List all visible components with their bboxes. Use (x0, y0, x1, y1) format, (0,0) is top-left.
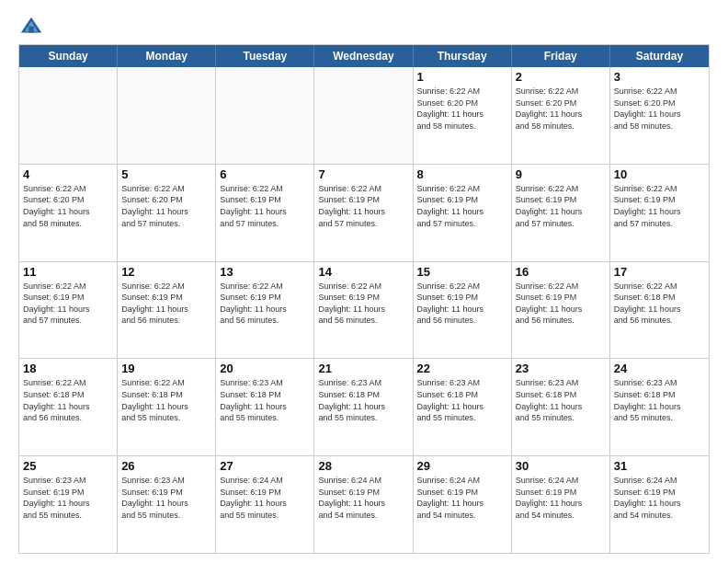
cal-cell: 6Sunrise: 6:22 AM Sunset: 6:19 PM Daylig… (216, 165, 314, 261)
day-number: 23 (516, 362, 606, 375)
day-info: Sunrise: 6:22 AM Sunset: 6:20 PM Dayligh… (417, 86, 507, 132)
day-number: 9 (516, 167, 606, 181)
day-number: 31 (614, 459, 705, 473)
cal-cell: 9Sunrise: 6:22 AM Sunset: 6:19 PM Daylig… (512, 165, 610, 261)
day-info: Sunrise: 6:23 AM Sunset: 6:19 PM Dayligh… (121, 475, 211, 521)
logo (18, 15, 48, 40)
cal-cell: 18Sunrise: 6:22 AM Sunset: 6:18 PM Dayli… (19, 359, 118, 455)
cal-cell (19, 67, 118, 164)
day-info: Sunrise: 6:22 AM Sunset: 6:19 PM Dayligh… (318, 183, 408, 229)
cal-cell: 25Sunrise: 6:23 AM Sunset: 6:19 PM Dayli… (19, 456, 118, 553)
cal-cell: 11Sunrise: 6:22 AM Sunset: 6:19 PM Dayli… (19, 262, 118, 359)
day-number: 19 (121, 362, 211, 375)
day-number: 21 (318, 362, 408, 375)
header-cell-saturday: Saturday (610, 45, 709, 67)
day-info: Sunrise: 6:24 AM Sunset: 6:19 PM Dayligh… (318, 475, 408, 521)
day-number: 13 (220, 265, 310, 279)
svg-rect-2 (28, 27, 34, 33)
day-info: Sunrise: 6:24 AM Sunset: 6:19 PM Dayligh… (614, 475, 705, 521)
cal-cell: 3Sunrise: 6:22 AM Sunset: 6:20 PM Daylig… (610, 67, 709, 164)
week-row-2: 4Sunrise: 6:22 AM Sunset: 6:20 PM Daylig… (19, 165, 709, 262)
cal-cell: 2Sunrise: 6:22 AM Sunset: 6:20 PM Daylig… (512, 67, 610, 164)
header-cell-tuesday: Tuesday (216, 45, 314, 67)
cal-cell: 16Sunrise: 6:22 AM Sunset: 6:19 PM Dayli… (512, 262, 610, 359)
cal-cell: 29Sunrise: 6:24 AM Sunset: 6:19 PM Dayli… (414, 456, 512, 553)
day-number: 5 (121, 167, 211, 181)
header-cell-monday: Monday (118, 45, 216, 67)
day-info: Sunrise: 6:23 AM Sunset: 6:18 PM Dayligh… (614, 377, 705, 423)
day-info: Sunrise: 6:22 AM Sunset: 6:19 PM Dayligh… (220, 183, 310, 229)
day-info: Sunrise: 6:22 AM Sunset: 6:19 PM Dayligh… (220, 281, 310, 327)
day-info: Sunrise: 6:23 AM Sunset: 6:18 PM Dayligh… (318, 377, 408, 423)
header (18, 15, 710, 40)
cal-cell (216, 67, 314, 164)
week-row-3: 11Sunrise: 6:22 AM Sunset: 6:19 PM Dayli… (19, 262, 709, 360)
week-row-5: 25Sunrise: 6:23 AM Sunset: 6:19 PM Dayli… (19, 456, 709, 553)
day-info: Sunrise: 6:22 AM Sunset: 6:19 PM Dayligh… (516, 183, 606, 229)
day-info: Sunrise: 6:23 AM Sunset: 6:18 PM Dayligh… (516, 377, 606, 423)
day-number: 2 (516, 70, 606, 84)
cal-cell: 10Sunrise: 6:22 AM Sunset: 6:19 PM Dayli… (610, 165, 709, 261)
calendar-header: SundayMondayTuesdayWednesdayThursdayFrid… (19, 45, 709, 67)
cal-cell: 4Sunrise: 6:22 AM Sunset: 6:20 PM Daylig… (19, 165, 118, 261)
cal-cell: 12Sunrise: 6:22 AM Sunset: 6:19 PM Dayli… (118, 262, 216, 359)
cal-cell: 21Sunrise: 6:23 AM Sunset: 6:18 PM Dayli… (314, 359, 413, 455)
day-info: Sunrise: 6:22 AM Sunset: 6:20 PM Dayligh… (121, 183, 211, 229)
day-number: 8 (417, 167, 507, 181)
cal-cell: 8Sunrise: 6:22 AM Sunset: 6:19 PM Daylig… (414, 165, 512, 261)
day-info: Sunrise: 6:22 AM Sunset: 6:18 PM Dayligh… (614, 281, 705, 327)
cal-cell: 20Sunrise: 6:23 AM Sunset: 6:18 PM Dayli… (216, 359, 314, 455)
cal-cell: 28Sunrise: 6:24 AM Sunset: 6:19 PM Dayli… (314, 456, 413, 553)
cal-cell: 30Sunrise: 6:24 AM Sunset: 6:19 PM Dayli… (512, 456, 610, 553)
cal-cell: 7Sunrise: 6:22 AM Sunset: 6:19 PM Daylig… (314, 165, 413, 261)
cal-cell: 13Sunrise: 6:22 AM Sunset: 6:19 PM Dayli… (216, 262, 314, 359)
day-info: Sunrise: 6:22 AM Sunset: 6:20 PM Dayligh… (23, 183, 113, 229)
day-number: 4 (23, 167, 113, 181)
day-number: 28 (318, 459, 408, 473)
page: SundayMondayTuesdayWednesdayThursdayFrid… (0, 0, 728, 563)
day-number: 27 (220, 459, 310, 473)
day-info: Sunrise: 6:23 AM Sunset: 6:19 PM Dayligh… (23, 475, 113, 521)
header-cell-thursday: Thursday (414, 45, 512, 67)
day-info: Sunrise: 6:22 AM Sunset: 6:19 PM Dayligh… (417, 281, 507, 327)
day-number: 26 (121, 459, 211, 473)
day-info: Sunrise: 6:22 AM Sunset: 6:19 PM Dayligh… (121, 281, 211, 327)
day-number: 14 (318, 265, 408, 279)
cal-cell: 17Sunrise: 6:22 AM Sunset: 6:18 PM Dayli… (610, 262, 709, 359)
day-number: 29 (417, 459, 507, 473)
calendar-body: 1Sunrise: 6:22 AM Sunset: 6:20 PM Daylig… (19, 67, 709, 553)
day-number: 16 (516, 265, 606, 279)
cal-cell: 27Sunrise: 6:24 AM Sunset: 6:19 PM Dayli… (216, 456, 314, 553)
cal-cell (314, 67, 413, 164)
day-number: 30 (516, 459, 606, 473)
cal-cell: 22Sunrise: 6:23 AM Sunset: 6:18 PM Dayli… (414, 359, 512, 455)
day-number: 20 (220, 362, 310, 375)
header-cell-friday: Friday (512, 45, 610, 67)
cal-cell: 1Sunrise: 6:22 AM Sunset: 6:20 PM Daylig… (414, 67, 512, 164)
day-info: Sunrise: 6:23 AM Sunset: 6:18 PM Dayligh… (220, 377, 310, 423)
day-info: Sunrise: 6:22 AM Sunset: 6:19 PM Dayligh… (516, 281, 606, 327)
day-info: Sunrise: 6:24 AM Sunset: 6:19 PM Dayligh… (516, 475, 606, 521)
day-number: 11 (23, 265, 113, 279)
day-info: Sunrise: 6:22 AM Sunset: 6:19 PM Dayligh… (318, 281, 408, 327)
day-number: 22 (417, 362, 507, 375)
cal-cell: 19Sunrise: 6:22 AM Sunset: 6:18 PM Dayli… (118, 359, 216, 455)
cal-cell: 24Sunrise: 6:23 AM Sunset: 6:18 PM Dayli… (610, 359, 709, 455)
week-row-1: 1Sunrise: 6:22 AM Sunset: 6:20 PM Daylig… (19, 67, 709, 165)
day-number: 25 (23, 459, 113, 473)
day-number: 6 (220, 167, 310, 181)
cal-cell: 14Sunrise: 6:22 AM Sunset: 6:19 PM Dayli… (314, 262, 413, 359)
cal-cell: 31Sunrise: 6:24 AM Sunset: 6:19 PM Dayli… (610, 456, 709, 553)
cal-cell: 15Sunrise: 6:22 AM Sunset: 6:19 PM Dayli… (414, 262, 512, 359)
header-cell-wednesday: Wednesday (314, 45, 413, 67)
day-number: 15 (417, 265, 507, 279)
day-info: Sunrise: 6:22 AM Sunset: 6:18 PM Dayligh… (23, 377, 113, 423)
day-info: Sunrise: 6:22 AM Sunset: 6:19 PM Dayligh… (23, 281, 113, 327)
day-number: 24 (614, 362, 705, 375)
day-info: Sunrise: 6:22 AM Sunset: 6:20 PM Dayligh… (516, 86, 606, 132)
day-info: Sunrise: 6:24 AM Sunset: 6:19 PM Dayligh… (417, 475, 507, 521)
day-number: 10 (614, 167, 705, 181)
cal-cell: 26Sunrise: 6:23 AM Sunset: 6:19 PM Dayli… (118, 456, 216, 553)
day-number: 12 (121, 265, 211, 279)
day-info: Sunrise: 6:22 AM Sunset: 6:20 PM Dayligh… (614, 86, 705, 132)
